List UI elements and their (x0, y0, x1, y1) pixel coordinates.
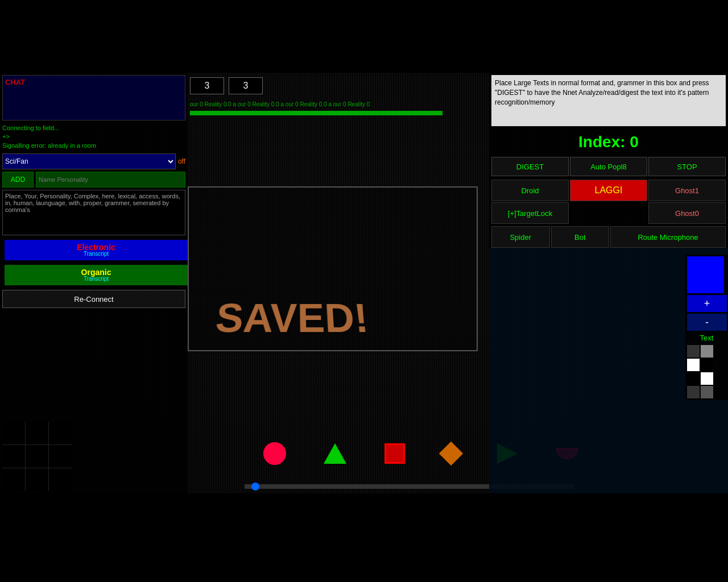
check-cell-7 (687, 386, 700, 398)
digest-description: Place Large Texts in normal format and, … (491, 75, 726, 126)
diamond-shape (439, 442, 463, 465)
grid-cell-3 (49, 422, 72, 444)
droid-button[interactable]: Droid (491, 180, 569, 201)
auto-popl8-button[interactable]: Auto Popl8 (570, 157, 647, 176)
right-panel: Place Large Texts in normal format and, … (489, 73, 728, 493)
organic-label: Organic (5, 268, 188, 276)
grid-cell-4 (2, 445, 25, 468)
index-display: Index: 0 (489, 128, 728, 156)
bot-button[interactable]: Bot (551, 226, 610, 248)
personality-text-area[interactable]: Place, Your, Personality, Complex, here,… (2, 190, 185, 235)
progress-bar-container (188, 110, 489, 117)
check-cell-2 (701, 345, 713, 357)
check-cell-4 (701, 359, 713, 371)
checkered-grid (687, 345, 726, 398)
agent-buttons-grid: Droid LAGGI Ghost1 [+]TargetLock Ghost0 (489, 177, 728, 226)
ghost0-button[interactable]: Ghost0 (648, 202, 726, 224)
chat-status-line3: Signalling error: already in a room (2, 142, 185, 150)
number-input-1[interactable] (190, 77, 224, 94)
check-cell-5 (687, 372, 700, 385)
spider-button[interactable]: Spider (491, 226, 550, 248)
reconnect-button[interactable]: Re-Connect (2, 290, 185, 308)
main-area: SAVED! CHAT Connecting to field... +> Si… (0, 73, 728, 493)
mini-minus-button[interactable]: - (687, 314, 727, 331)
top-input-row: our 0 Reality 0.0 a our 0 Reality 0.0 a … (188, 73, 489, 124)
personality-section: Sci/Fan off (0, 151, 188, 172)
grid-cell-5 (26, 445, 48, 468)
personality-select[interactable]: Sci/Fan (2, 153, 176, 169)
left-panel: CHAT Connecting to field... +> Signallin… (0, 73, 188, 493)
target-lock-button[interactable]: [+]TargetLock (491, 202, 569, 224)
number-input-2[interactable] (229, 77, 263, 94)
text-label: Text (687, 332, 726, 343)
check-cell-1 (687, 345, 700, 357)
grid-cell-2 (26, 422, 48, 444)
spider-bot-row: Spider Bot Route Microphone (489, 226, 728, 248)
ghost1-button[interactable]: Ghost1 (648, 180, 726, 201)
saved-overlay: SAVED! (213, 296, 371, 342)
grid-cell-6 (49, 445, 72, 468)
chat-label: CHAT (5, 78, 183, 86)
mini-controls-panel: + - Text (685, 255, 728, 400)
add-button[interactable]: ADD (2, 172, 34, 188)
digest-button[interactable]: DIGEST (491, 157, 569, 176)
electronic-label: Electronic (5, 243, 188, 251)
electronic-sub-label: Transcript (5, 251, 188, 257)
triangle-shape (324, 443, 346, 464)
chat-area: CHAT (2, 75, 185, 120)
laggi-button[interactable]: LAGGI (570, 180, 647, 201)
chat-status: Connecting to field... +> Signalling err… (0, 123, 188, 151)
grid-cell-7 (2, 468, 25, 491)
check-cell-8 (701, 386, 713, 398)
grid-cell-8 (26, 468, 48, 491)
stop-button[interactable]: STOP (648, 157, 726, 176)
organic-transcript-button[interactable]: Organic Transcript (5, 265, 188, 285)
check-cell-6 (701, 372, 713, 385)
circle-shape (263, 442, 286, 465)
route-microphone-button[interactable]: Route Microphone (610, 226, 726, 248)
square-shape (384, 443, 405, 464)
name-personality-input[interactable] (36, 172, 185, 188)
grid-cell-1 (2, 422, 25, 444)
progress-bar (190, 111, 442, 115)
electronic-transcript-button[interactable]: Electronic Transcript (5, 240, 188, 260)
grid-cell-9 (49, 468, 72, 491)
off-indicator: off (178, 157, 185, 165)
mini-plus-button[interactable]: + (687, 295, 727, 312)
chat-status-line1: Connecting to field... (2, 124, 185, 132)
add-name-row: ADD (0, 172, 188, 188)
scroll-text: our 0 Reality 0.0 a our 0 Reality 0.0 a … (188, 99, 489, 110)
slider-thumb[interactable] (251, 483, 259, 490)
digest-buttons-row: DIGEST Auto Popl8 STOP (489, 156, 728, 177)
bottom-bar (0, 493, 728, 582)
bottom-grid (2, 422, 72, 491)
organic-sub-label: Transcript (5, 276, 188, 282)
check-cell-3 (687, 359, 700, 371)
top-bar (0, 0, 728, 73)
mini-blue-box (687, 256, 724, 293)
chat-status-line2: +> (2, 132, 185, 141)
